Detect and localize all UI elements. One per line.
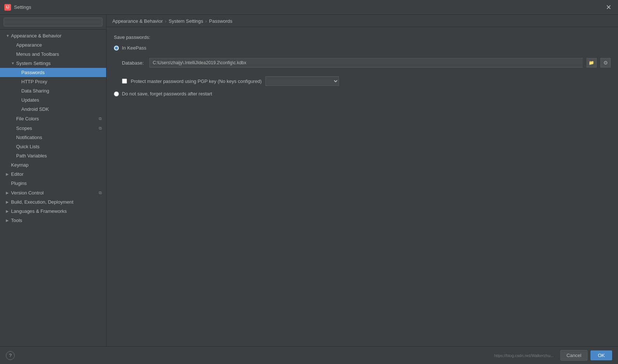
search-input[interactable] (4, 18, 102, 26)
sidebar-item-label: File Colors (16, 116, 39, 121)
radio-forget[interactable] (114, 91, 119, 97)
sidebar-item-label: Updates (21, 97, 39, 103)
sidebar-item-label: System Settings (16, 61, 51, 66)
sidebar-item-label: Appearance (16, 42, 42, 48)
folder-icon: 📁 (589, 60, 594, 65)
sidebar-item-label: Menus and Toolbars (16, 51, 59, 57)
expand-arrow: ▶ (6, 209, 11, 213)
sidebar-tree: ▼ Appearance & Behavior Appearance Men (0, 30, 106, 346)
sidebar-item-notifications[interactable]: Notifications (0, 133, 106, 142)
sidebar-item-file-colors[interactable]: File Colors ⧉ (0, 114, 106, 123)
pgp-select[interactable] (265, 76, 339, 86)
radio-keepass[interactable] (114, 46, 119, 51)
sidebar-item-label: Notifications (16, 135, 42, 140)
save-passwords-label: Save passwords: (114, 34, 611, 40)
app-icon: IJ (4, 4, 11, 11)
breadcrumb-system-settings: System Settings (169, 18, 203, 24)
database-label: Database: (122, 60, 146, 66)
expand-arrow: ▼ (11, 61, 16, 65)
gear-icon: ⚙ (603, 60, 608, 66)
cancel-button[interactable]: Cancel (560, 350, 588, 361)
main-content: ▼ Appearance & Behavior Appearance Men (0, 15, 618, 346)
sidebar-item-label: Path Variables (16, 153, 47, 159)
close-button[interactable]: ✕ (604, 3, 614, 12)
sidebar-item-label: Languages & Frameworks (11, 208, 67, 214)
sidebar-item-appearance[interactable]: Appearance (0, 40, 106, 50)
database-row: Database: 📁 ⚙ (122, 58, 611, 68)
copy-icon[interactable]: ⧉ (97, 190, 103, 196)
sidebar-item-label: Scopes (16, 125, 32, 131)
sidebar-item-quick-lists[interactable]: Quick Lists (0, 142, 106, 151)
sidebar-item-system-settings[interactable]: ▼ System Settings (0, 59, 106, 68)
sidebar-item-build-execution[interactable]: ▶ Build, Execution, Deployment (0, 197, 106, 207)
database-input[interactable] (149, 58, 583, 68)
breadcrumb-sep-1: › (165, 19, 166, 24)
sidebar-item-passwords[interactable]: Passwords (0, 68, 106, 77)
sidebar-item-label: Tools (11, 218, 22, 223)
bottom-bar: ? https://blog.csdn.net/Walkerzhu... Can… (0, 346, 618, 364)
bottom-right: https://blog.csdn.net/Walkerzhu... Cance… (494, 350, 612, 361)
sidebar-item-label: Plugins (11, 181, 27, 186)
sidebar-item-data-sharing[interactable]: Data Sharing (0, 86, 106, 95)
radio-forget-label: Do not save, forget passwords after rest… (122, 91, 212, 97)
sidebar-item-label: Version Control (11, 190, 44, 196)
pgp-checkbox[interactable] (122, 79, 127, 84)
sidebar: ▼ Appearance & Behavior Appearance Men (0, 15, 106, 346)
sidebar-item-label: Quick Lists (16, 144, 40, 149)
sidebar-item-scopes[interactable]: Scopes ⧉ (0, 123, 106, 133)
sidebar-item-label: Keymap (11, 162, 29, 168)
expand-arrow: ▶ (6, 218, 11, 222)
sidebar-item-editor[interactable]: ▶ Editor (0, 170, 106, 179)
sidebar-item-android-sdk[interactable]: Android SDK (0, 105, 106, 114)
expand-arrow: ▶ (6, 172, 11, 176)
sidebar-item-path-variables[interactable]: Path Variables (0, 151, 106, 160)
expand-arrow: ▶ (6, 191, 11, 195)
radio-forget-row: Do not save, forget passwords after rest… (114, 91, 611, 97)
sidebar-item-updates[interactable]: Updates (0, 95, 106, 105)
radio-keepass-row: In KeePass (114, 45, 611, 51)
pgp-row: Protect master password using PGP key (N… (122, 76, 611, 86)
content-area: Save passwords: In KeePass Database: 📁 (106, 27, 618, 346)
search-box (0, 15, 106, 30)
sidebar-item-tools[interactable]: ▶ Tools (0, 216, 106, 225)
sidebar-item-label: Editor (11, 171, 24, 177)
copy-icon[interactable]: ⧉ (97, 116, 103, 121)
sidebar-item-label: Build, Execution, Deployment (11, 199, 73, 205)
settings-window: IJ Settings ✕ ▼ Appearance & Behavior (0, 0, 618, 364)
settings-button[interactable]: ⚙ (600, 58, 611, 68)
sidebar-item-appearance-behavior[interactable]: ▼ Appearance & Behavior (0, 31, 106, 40)
sidebar-item-label: Passwords (21, 70, 45, 75)
breadcrumb-passwords: Passwords (209, 18, 232, 24)
expand-arrow: ▶ (6, 200, 11, 204)
sidebar-item-languages-frameworks[interactable]: ▶ Languages & Frameworks (0, 207, 106, 216)
copy-icon[interactable]: ⧉ (97, 125, 103, 131)
sidebar-item-label: HTTP Proxy (21, 79, 47, 84)
content-panel: Appearance & Behavior › System Settings … (106, 15, 618, 346)
title-bar: IJ Settings ✕ (0, 0, 618, 15)
sidebar-item-label: Data Sharing (21, 88, 49, 94)
ok-button[interactable]: OK (590, 350, 612, 360)
sidebar-item-label: Android SDK (21, 106, 49, 112)
breadcrumb-sep-2: › (205, 19, 207, 24)
sidebar-item-plugins[interactable]: Plugins (0, 179, 106, 188)
window-title: Settings (14, 4, 604, 10)
sidebar-item-keymap[interactable]: Keymap (0, 160, 106, 170)
browse-button[interactable]: 📁 (586, 58, 597, 68)
sidebar-item-label: Appearance & Behavior (11, 33, 61, 39)
status-url: https://blog.csdn.net/Walkerzhu... (494, 353, 554, 358)
sidebar-item-version-control[interactable]: ▶ Version Control ⧉ (0, 188, 106, 197)
help-button[interactable]: ? (6, 351, 15, 360)
expand-arrow: ▼ (6, 34, 11, 38)
breadcrumb: Appearance & Behavior › System Settings … (106, 15, 618, 27)
sidebar-item-http-proxy[interactable]: HTTP Proxy (0, 77, 106, 86)
radio-group: In KeePass Database: 📁 ⚙ (114, 45, 611, 97)
sidebar-item-menus-toolbars[interactable]: Menus and Toolbars (0, 50, 106, 59)
breadcrumb-appearance-behavior: Appearance & Behavior (112, 18, 163, 24)
pgp-label: Protect master password using PGP key (N… (131, 79, 262, 84)
radio-keepass-label: In KeePass (122, 45, 147, 51)
